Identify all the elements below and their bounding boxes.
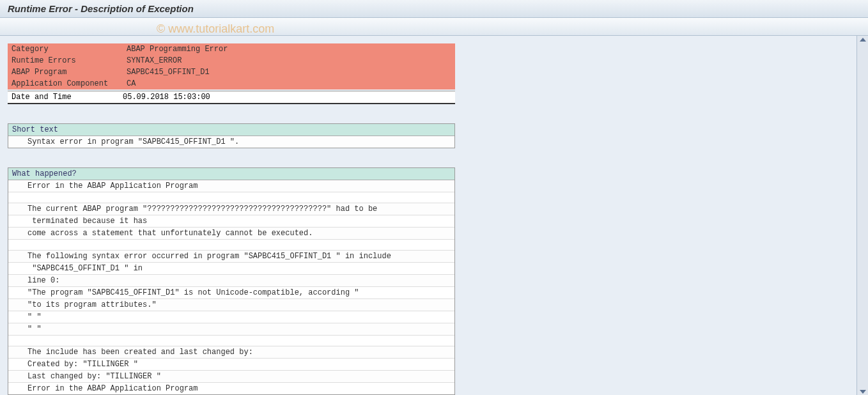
- summary-value: SAPBC415_OFFINT_D1: [123, 66, 455, 78]
- toolbar: [0, 18, 868, 36]
- text-line: "The program "SAPBC415_OFFINT_D1" is not…: [8, 287, 454, 299]
- what-happened-header: What happened?: [8, 168, 454, 180]
- date-time-value: 05.09.2018 15:03:00: [123, 93, 210, 102]
- error-summary-table: CategoryABAP Programming ErrorRuntime Er…: [8, 43, 455, 89]
- text-line: The current ABAP program "??????????????…: [8, 203, 454, 215]
- short-text-header: Short text: [8, 124, 454, 136]
- text-line: line 0:: [8, 275, 454, 287]
- summary-value: CA: [123, 78, 455, 89]
- text-line: come across a statement that unfortunate…: [8, 228, 454, 240]
- text-line: "to its program attributes.": [8, 299, 454, 311]
- summary-label: Runtime Errors: [8, 55, 123, 66]
- vertical-scrollbar[interactable]: [856, 36, 868, 395]
- scroll-track[interactable]: [857, 42, 868, 390]
- summary-label: ABAP Program: [8, 66, 123, 78]
- content-area: CategoryABAP Programming ErrorRuntime Er…: [0, 36, 856, 395]
- date-time-row: Date and Time 05.09.2018 15:03:00: [8, 91, 455, 104]
- text-line: Last changed by: "TILLINGER ": [8, 371, 454, 383]
- text-line: Error in the ABAP Application Program: [8, 180, 454, 192]
- text-line: [8, 336, 454, 346]
- summary-value: SYNTAX_ERROR: [123, 55, 455, 66]
- text-line: " ": [8, 311, 454, 323]
- date-time-label: Date and Time: [12, 93, 123, 102]
- summary-label: Category: [8, 43, 123, 55]
- window-title-bar: Runtime Error - Description of Exception: [0, 0, 868, 18]
- table-row: ABAP ProgramSAPBC415_OFFINT_D1: [8, 66, 455, 78]
- summary-label: Application Component: [8, 78, 123, 89]
- what-happened-section: What happened? Error in the ABAP Applica…: [8, 167, 455, 395]
- text-line: "SAPBC415_OFFINT_D1 " in: [8, 263, 454, 275]
- table-row: Runtime ErrorsSYNTAX_ERROR: [8, 55, 455, 66]
- text-line: [8, 192, 454, 203]
- window-title: Runtime Error - Description of Exception: [8, 3, 194, 14]
- text-line: The following syntax error occurred in p…: [8, 251, 454, 263]
- text-line: Created by: "TILLINGER ": [8, 359, 454, 371]
- short-text-section: Short text Syntax error in program "SAPB…: [8, 123, 455, 148]
- text-line: Syntax error in program "SAPBC415_OFFINT…: [8, 136, 454, 148]
- text-line: terminated because it has: [8, 215, 454, 228]
- table-row: CategoryABAP Programming Error: [8, 43, 455, 55]
- table-row: Application ComponentCA: [8, 78, 455, 89]
- scroll-down-icon[interactable]: [860, 390, 866, 394]
- text-line: Error in the ABAP Application Program: [8, 383, 454, 394]
- text-line: The include has been created and last ch…: [8, 346, 454, 359]
- text-line: [8, 240, 454, 251]
- summary-value: ABAP Programming Error: [123, 43, 455, 55]
- text-line: " ": [8, 323, 454, 336]
